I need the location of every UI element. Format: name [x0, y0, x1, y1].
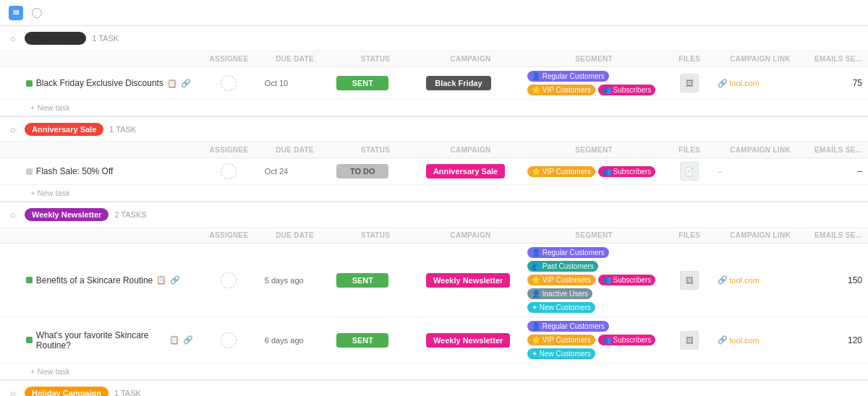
due-date-cell: 5 days ago: [259, 244, 331, 317]
file-thumbnail: 🖼: [680, 74, 699, 92]
assignee-cell: [199, 244, 259, 317]
campaign-cell[interactable]: Weekly Newsletter: [420, 317, 521, 363]
status-cell[interactable]: SENT: [331, 67, 420, 100]
status-cell[interactable]: SENT: [331, 317, 420, 363]
column-header: STATUS: [331, 142, 420, 158]
column-headers-row: ASSIGNEEDUE DATESTATUSCAMPAIGNSEGMENTFIL…: [0, 228, 868, 244]
campaign-link-cell[interactable]: 🔗tool.com: [712, 67, 809, 100]
new-task-row[interactable]: + New task: [0, 363, 868, 381]
campaign-pill: Black Friday: [426, 76, 491, 90]
new-task-label[interactable]: + New task: [0, 363, 868, 381]
due-date-cell: Oct 10: [259, 67, 331, 100]
new-task-button[interactable]: [49, 12, 61, 14]
segment-tag: 👥 Subscribers: [598, 275, 656, 285]
files-cell[interactable]: 🖼: [667, 317, 712, 363]
campaign-link-cell[interactable]: –: [712, 158, 809, 185]
column-header: CAMPAIGN: [420, 51, 521, 67]
section-header-row: ○Holiday Campaign1 TASK: [0, 380, 868, 396]
status-pill: SENT: [336, 76, 388, 90]
status-cell[interactable]: TO DO: [331, 158, 420, 185]
file-thumbnail: 🖼: [680, 271, 699, 290]
row-expand-cell: [0, 317, 20, 363]
segment-cell: ⭐ VIP Customers👥 Subscribers: [521, 158, 667, 185]
task-name-cell: What's your favorite Skincare Routine?📋🔗: [20, 317, 199, 363]
campaign-link-cell[interactable]: 🔗tool.com: [712, 317, 809, 363]
task-name-cell: Black Friday Exclusive Discounts📋🔗: [20, 67, 199, 100]
section-header-row: ○Black Friday1 TASK: [0, 26, 868, 51]
campaign-cell[interactable]: Anniversary Sale: [420, 158, 521, 185]
files-cell[interactable]: 🖼: [667, 244, 712, 317]
column-header: STATUS: [331, 51, 420, 67]
row-expand-cell: [0, 158, 20, 185]
segment-tag: 👥 Past Customers: [527, 261, 598, 272]
segment-tag: 👤 Regular Customers: [527, 321, 609, 332]
section-collapse-button[interactable]: ○: [7, 209, 19, 220]
files-cell[interactable]: 🖼: [667, 67, 712, 100]
segment-cell: 👤 Regular Customers⭐ VIP Customers👥 Subs…: [521, 317, 667, 363]
campaign-link-text: tool.com: [729, 276, 760, 285]
campaign-link-text: tool.com: [729, 79, 760, 87]
new-task-row[interactable]: + New task: [0, 100, 868, 117]
info-icon[interactable]: [32, 8, 42, 18]
files-cell[interactable]: 📄: [667, 158, 712, 185]
column-header: SEGMENT: [521, 142, 667, 158]
segment-tag: ⭐ VIP Customers: [527, 275, 595, 285]
column-header: [0, 228, 20, 244]
segment-cell: 👤 Regular Customers⭐ VIP Customers👥 Subs…: [521, 67, 667, 100]
doc-icon[interactable]: 📋: [169, 335, 179, 345]
segment-tag: ⭐ VIP Customers: [527, 166, 595, 177]
section-collapse-button[interactable]: ○: [7, 124, 19, 135]
campaign-cell[interactable]: Weekly Newsletter: [420, 244, 521, 317]
app-icon: ✉: [9, 6, 23, 20]
link-icon[interactable]: 🔗: [170, 275, 180, 285]
avatar[interactable]: [221, 163, 237, 179]
task-name[interactable]: What's your favorite Skincare Routine?: [36, 330, 166, 350]
task-name[interactable]: Benefits of a Skincare Routine: [36, 275, 153, 285]
segment-tag: ⭐ VIP Customers: [527, 85, 595, 95]
doc-icon[interactable]: 📋: [167, 79, 177, 88]
new-task-label[interactable]: + New task: [0, 185, 868, 202]
column-header: DUE DATE: [259, 51, 331, 67]
column-header: SEGMENT: [521, 228, 667, 244]
column-headers-row: ASSIGNEEDUE DATESTATUSCAMPAIGNSEGMENTFIL…: [0, 51, 868, 67]
section-collapse-button[interactable]: ○: [7, 33, 19, 44]
doc-icon[interactable]: 📋: [156, 275, 166, 285]
task-status-dot: [26, 168, 33, 175]
section-collapse-button[interactable]: ○: [7, 387, 19, 396]
campaign-cell[interactable]: Black Friday: [420, 67, 521, 100]
emails-sent-cell: 120: [809, 317, 868, 363]
column-header: SEGMENT: [521, 51, 667, 67]
column-header: FILES: [667, 51, 712, 67]
new-task-row[interactable]: + New task: [0, 185, 868, 202]
segment-tag: 👥 Subscribers: [598, 166, 656, 177]
main-table-wrapper: ○Black Friday1 TASKASSIGNEEDUE DATESTATU…: [0, 26, 868, 396]
section-badge: Anniversary Sale: [25, 123, 103, 136]
section-badge: Holiday Campaign: [25, 387, 109, 396]
link-icon[interactable]: 🔗: [181, 79, 191, 88]
assignee-cell: [199, 67, 259, 100]
table-row: Flash Sale: 50% OffOct 24TO DOAnniversar…: [0, 158, 868, 185]
new-task-label[interactable]: + New task: [0, 100, 868, 117]
column-header: CAMPAIGN LINK: [712, 142, 809, 158]
file-thumbnail: 📄: [680, 162, 699, 181]
table-row: Benefits of a Skincare Routine📋🔗5 days a…: [0, 244, 868, 317]
task-name[interactable]: Flash Sale: 50% Off: [36, 166, 114, 176]
campaign-link-cell[interactable]: 🔗tool.com: [712, 244, 809, 317]
segment-tag: 👥 Subscribers: [598, 85, 656, 95]
avatar[interactable]: [221, 332, 237, 348]
column-header: EMAILS SE...: [809, 51, 868, 67]
task-status-dot: [26, 80, 33, 87]
section-task-count: 1 TASK: [114, 389, 141, 396]
campaign-pill: Weekly Newsletter: [426, 273, 510, 288]
column-header: [0, 51, 20, 67]
status-cell[interactable]: SENT: [331, 244, 420, 317]
segment-tag: 👥 Subscribers: [598, 335, 656, 345]
main-table: ○Black Friday1 TASKASSIGNEEDUE DATESTATU…: [0, 26, 868, 396]
section-header-row: ○Anniversary Sale1 TASK: [0, 116, 868, 142]
avatar[interactable]: [221, 272, 237, 288]
campaign-link-text: tool.com: [729, 336, 760, 345]
avatar[interactable]: [221, 75, 237, 91]
link-icon[interactable]: 🔗: [183, 335, 193, 345]
column-header: DUE DATE: [259, 228, 331, 244]
task-name[interactable]: Black Friday Exclusive Discounts: [36, 78, 163, 88]
